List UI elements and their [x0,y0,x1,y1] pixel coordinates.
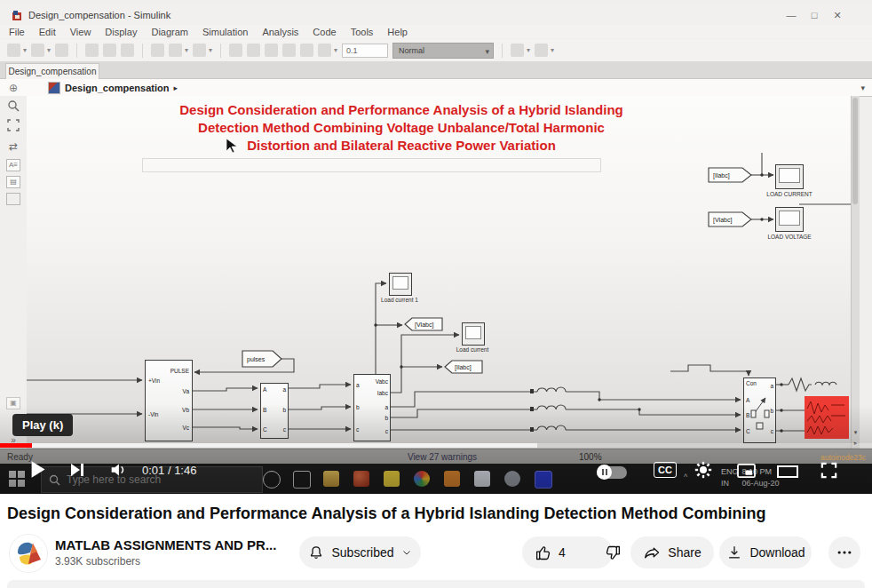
run-icon[interactable] [265,44,278,57]
vi-measurement-block[interactable]: a b c Vabc Iabc a b c [353,374,391,441]
office-app-icon[interactable] [474,471,490,487]
breadcrumb-arrow-icon: ▸ [173,83,178,92]
port-label: c [356,426,359,433]
status-warnings-link[interactable]: View 27 warnings [371,452,513,462]
port-label: B [263,407,266,413]
fullscreen-button[interactable] [819,460,839,484]
image-icon[interactable]: ▤ [6,176,20,188]
save-icon[interactable] [55,44,68,57]
step-back-icon[interactable] [247,44,260,57]
menu-code[interactable]: Code [313,27,336,37]
chrome-icon[interactable] [414,471,430,487]
port-label: Iabc [377,390,388,396]
canvas-scrollbar[interactable]: ▾ ▸ [851,96,860,449]
model-canvas[interactable]: Design Consideration and Performance Ana… [27,96,851,449]
step-forward-icon[interactable] [282,44,296,57]
paint-app-icon[interactable] [535,471,552,489]
sim-mode-value: Normal [399,46,424,55]
subscribed-button[interactable]: Subscribed [299,536,421,568]
scope-load-current-1[interactable] [389,273,412,296]
fit-to-view-icon[interactable] [5,119,21,135]
progress-bar[interactable] [0,443,872,449]
stop-icon[interactable] [300,44,313,57]
settings-gear-icon[interactable] [694,460,713,483]
more-actions-button[interactable] [828,536,860,568]
progress-played [0,443,32,448]
config-icon[interactable] [169,44,182,57]
gray-app-icon[interactable] [504,471,520,487]
library-browser-icon[interactable] [151,44,164,57]
download-button[interactable]: Download [719,536,812,568]
menu-diagram[interactable]: Diagram [151,27,188,37]
inverter-block[interactable]: PULSE +Vin -Vin Va Vb Vc [145,360,193,441]
task-view-icon[interactable] [293,471,311,489]
menu-view[interactable]: View [70,27,91,37]
cortana-icon[interactable] [263,471,281,489]
camera-icon[interactable] [535,44,548,57]
breadcrumb-bar: ⊕ Design_compensation ▸ ▾ [0,79,872,97]
play-button[interactable] [28,459,48,483]
up-icon[interactable] [121,44,134,57]
new-model-icon[interactable] [7,44,20,57]
scope-load-current-top[interactable] [775,164,804,189]
simulink-titlebar: Design_compensation - Simulink — □ ✕ [0,5,872,25]
scope-load-voltage-top[interactable] [775,207,804,232]
back-icon[interactable] [85,44,99,57]
maximize-icon[interactable]: □ [803,10,826,20]
thumb-up-icon [535,544,553,562]
share-button[interactable]: Share [630,536,714,568]
matlab-icon[interactable] [353,471,369,487]
model-settings-icon[interactable] [193,44,206,57]
open-icon[interactable] [31,44,44,57]
description-box[interactable] [7,580,865,588]
area-box-icon[interactable] [6,193,20,205]
annotation-icon[interactable]: A≡ [6,159,20,171]
share-arrow-icon [643,544,662,562]
breaker-block[interactable]: Con A B C a b c [743,377,776,443]
video-player[interactable]: Design_compensation - Simulink — □ ✕ Fil… [0,0,872,494]
close-icon[interactable]: ✕ [826,10,849,21]
dislike-button[interactable] [591,536,634,568]
breadcrumb-dropdown-icon[interactable]: ▾ [860,83,865,92]
sim-stop-time-input[interactable]: 0.1 [342,44,388,58]
autoplay-toggle[interactable] [597,466,627,479]
model-tab[interactable]: Design_compensation [5,63,99,79]
file-explorer-icon[interactable] [323,471,339,487]
port-label: -Vin [148,411,158,417]
menu-analysis[interactable]: Analysis [262,27,298,37]
orange-app-icon[interactable] [444,471,460,487]
menu-edit[interactable]: Edit [39,27,56,37]
theater-button[interactable] [776,465,799,482]
menu-display[interactable]: Display [105,27,137,37]
tray-chevron-icon[interactable]: ^ [684,473,687,481]
abc-block[interactable]: A B C a b c [260,383,289,439]
next-button[interactable] [68,461,86,482]
menu-simulation[interactable]: Simulation [202,27,248,37]
video-details: Design Consideration and Performance Ana… [0,494,872,588]
refresh-icon[interactable] [229,44,242,57]
scope-load-current[interactable] [462,322,485,346]
signal-routing-icon[interactable]: ⇄ [5,139,21,155]
menu-help[interactable]: Help [387,27,408,37]
breadcrumb[interactable]: Design_compensation [65,83,169,93]
scroll-down-icon[interactable]: ▾ [852,429,860,436]
highlighted-load-block[interactable] [805,396,849,439]
build-icon[interactable] [511,44,524,57]
sim-mode-select[interactable]: Normal▾ [392,43,494,59]
captions-button[interactable]: CC [654,462,677,478]
menu-file[interactable]: File [9,27,25,37]
channel-name[interactable]: MATLAB ASSIGNMENTS AND PR... [55,537,276,552]
miniplayer-button[interactable] [735,463,757,483]
start-button-icon[interactable] [9,471,25,487]
minimize-icon[interactable]: — [780,10,803,20]
browse-model-icon[interactable]: ⊕ [9,82,18,94]
fast-restart-icon[interactable] [318,44,331,57]
sticky-notes-icon[interactable] [384,471,400,487]
like-button[interactable]: 4 [522,536,578,568]
zoom-icon[interactable] [5,99,21,115]
viewmarks-icon[interactable]: ▣ [6,397,20,409]
forward-icon[interactable] [103,44,116,57]
volume-button[interactable] [108,460,128,483]
menu-tools[interactable]: Tools [351,27,374,37]
channel-avatar[interactable] [9,534,48,573]
